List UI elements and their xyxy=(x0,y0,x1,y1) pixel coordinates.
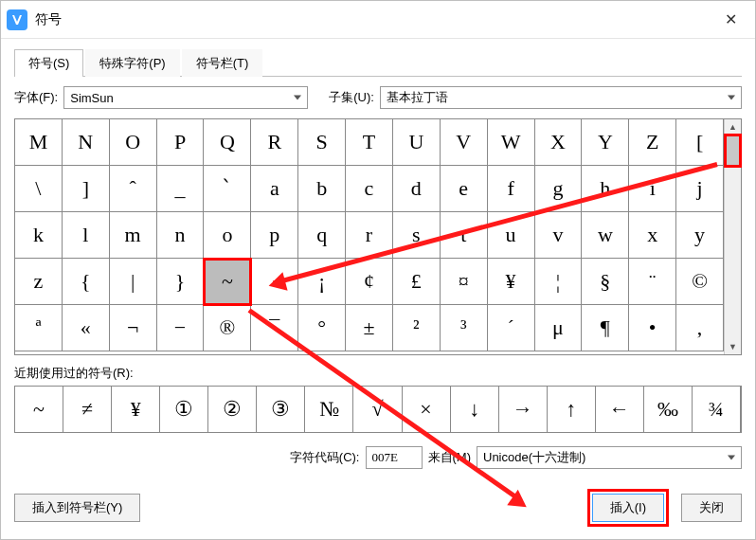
char-cell[interactable]: q xyxy=(298,212,346,259)
char-cell[interactable]: M xyxy=(15,119,63,166)
char-cell[interactable]: { xyxy=(63,259,110,305)
recent-cell[interactable]: ‰ xyxy=(644,387,693,432)
char-cell[interactable]: £ xyxy=(393,259,441,305)
recent-cell[interactable]: ↑ xyxy=(548,387,596,432)
recent-cell[interactable]: → xyxy=(499,387,548,432)
char-cell[interactable]: ª xyxy=(15,305,63,351)
char-cell[interactable]: ³ xyxy=(441,305,488,351)
char-cell[interactable]: U xyxy=(393,119,441,166)
char-cell[interactable]: Q xyxy=(204,119,251,166)
char-cell[interactable]: k xyxy=(15,212,63,259)
char-cell[interactable]: | xyxy=(110,259,157,305)
char-cell[interactable]: ¨ xyxy=(629,259,676,305)
char-cell[interactable]: e xyxy=(441,166,488,212)
scroll-down-icon[interactable]: ▼ xyxy=(725,339,741,354)
char-cell[interactable]: μ xyxy=(535,305,583,351)
char-cell[interactable]: , xyxy=(676,305,724,351)
char-cell[interactable]: ~ xyxy=(204,259,251,305)
char-cell[interactable]: x xyxy=(629,212,676,259)
recent-cell[interactable]: ↓ xyxy=(451,387,499,432)
insert-to-bar-button[interactable]: 插入到符号栏(Y) xyxy=(14,494,140,522)
tab-special[interactable]: 特殊字符(P) xyxy=(85,49,179,77)
char-cell[interactable]: ˆ xyxy=(110,166,157,212)
char-cell[interactable]: p xyxy=(251,212,298,259)
char-cell[interactable]: m xyxy=(110,212,157,259)
char-cell[interactable]: ± xyxy=(346,305,393,351)
recent-cell[interactable]: ~ xyxy=(15,387,63,432)
char-cell[interactable]: • xyxy=(629,305,676,351)
char-cell[interactable]: ´ xyxy=(488,305,535,351)
close-icon[interactable]: ✕ xyxy=(711,6,749,34)
char-cell[interactable]: « xyxy=(63,305,110,351)
char-cell[interactable]: } xyxy=(157,259,205,305)
char-cell[interactable]: d xyxy=(393,166,441,212)
char-cell[interactable]: f xyxy=(488,166,535,212)
recent-cell[interactable]: ③ xyxy=(257,387,305,432)
char-cell[interactable]: w xyxy=(582,212,629,259)
char-cell[interactable]: ® xyxy=(204,305,251,351)
char-cell[interactable]: a xyxy=(251,166,298,212)
char-cell[interactable]: ¤ xyxy=(441,259,488,305)
char-cell[interactable]: b xyxy=(298,166,346,212)
char-cell[interactable]: ¦ xyxy=(535,259,583,305)
window-title: 符号 xyxy=(35,11,711,28)
char-cell[interactable]: l xyxy=(63,212,110,259)
recent-cell[interactable]: ¥ xyxy=(112,387,160,432)
code-label: 字符代码(C): xyxy=(290,449,360,466)
code-input[interactable]: 007E xyxy=(366,446,423,469)
tab-symbols[interactable]: 符号(S) xyxy=(14,49,83,77)
char-cell[interactable]: z xyxy=(15,259,63,305)
footer: 插入到符号栏(Y) 插入(I) 关闭 xyxy=(14,494,742,522)
recent-cell[interactable]: ① xyxy=(160,387,208,432)
char-cell[interactable]: ¢ xyxy=(346,259,393,305)
char-cell[interactable]: _ xyxy=(157,166,205,212)
char-cell[interactable]: P xyxy=(157,119,205,166)
char-cell[interactable]: § xyxy=(582,259,629,305)
char-cell[interactable]: ˋ xyxy=(204,166,251,212)
font-select[interactable]: SimSun xyxy=(63,86,308,109)
char-cell[interactable]: n xyxy=(157,212,205,259)
char-cell[interactable]: ] xyxy=(63,166,110,212)
symbol-dialog: 符号 ✕ 符号(S) 特殊字符(P) 符号栏(T) 字体(F): SimSun … xyxy=(0,0,756,540)
char-cell[interactable]: ¬ xyxy=(110,305,157,351)
grid-scrollbar[interactable]: ▲ ▼ xyxy=(724,119,741,354)
app-icon xyxy=(7,9,27,30)
recent-cell[interactable]: № xyxy=(305,387,353,432)
char-cell[interactable]: O xyxy=(110,119,157,166)
char-cell[interactable]: V xyxy=(441,119,488,166)
recent-cell[interactable]: ② xyxy=(208,387,257,432)
char-cell[interactable]: i xyxy=(629,166,676,212)
char-cell[interactable]: − xyxy=(157,305,205,351)
char-cell[interactable]: R xyxy=(251,119,298,166)
char-cell[interactable]: W xyxy=(488,119,535,166)
char-cell[interactable]: ° xyxy=(298,305,346,351)
character-grid-container: MNOPQRSTUVWXYZ[\]ˆ_ˋabcdefghijklmnopqrst… xyxy=(14,118,742,355)
recent-cell[interactable]: ← xyxy=(596,387,644,432)
char-cell[interactable]: ¶ xyxy=(582,305,629,351)
char-cell[interactable]: c xyxy=(346,166,393,212)
from-select[interactable]: Unicode(十六进制) xyxy=(477,446,742,469)
close-button[interactable]: 关闭 xyxy=(681,494,742,522)
char-cell[interactable]: ¥ xyxy=(488,259,535,305)
char-cell[interactable]: Z xyxy=(629,119,676,166)
char-cell[interactable]: © xyxy=(676,259,724,305)
char-cell[interactable]: Y xyxy=(582,119,629,166)
char-cell[interactable]: \ xyxy=(15,166,63,212)
char-cell[interactable]: y xyxy=(676,212,724,259)
char-cell[interactable]: X xyxy=(535,119,583,166)
recent-cell[interactable]: ≠ xyxy=(63,387,112,432)
recent-grid: ~≠¥①②③№√×↓→↑←‰¾ xyxy=(14,386,742,433)
char-cell[interactable]: v xyxy=(535,212,583,259)
insert-button[interactable]: 插入(I) xyxy=(592,494,664,522)
tab-symbol-bar[interactable]: 符号栏(T) xyxy=(182,49,263,77)
char-cell[interactable]: T xyxy=(346,119,393,166)
char-cell[interactable]: [ xyxy=(676,119,724,166)
char-cell[interactable]: o xyxy=(204,212,251,259)
subset-select[interactable]: 基本拉丁语 xyxy=(380,86,742,109)
char-cell[interactable]: N xyxy=(63,119,110,166)
recent-cell[interactable]: ¾ xyxy=(693,387,741,432)
char-cell[interactable]: ² xyxy=(393,305,441,351)
char-cell[interactable]: S xyxy=(298,119,346,166)
scroll-up-icon[interactable]: ▲ xyxy=(725,119,741,135)
scroll-thumb[interactable] xyxy=(727,136,739,165)
